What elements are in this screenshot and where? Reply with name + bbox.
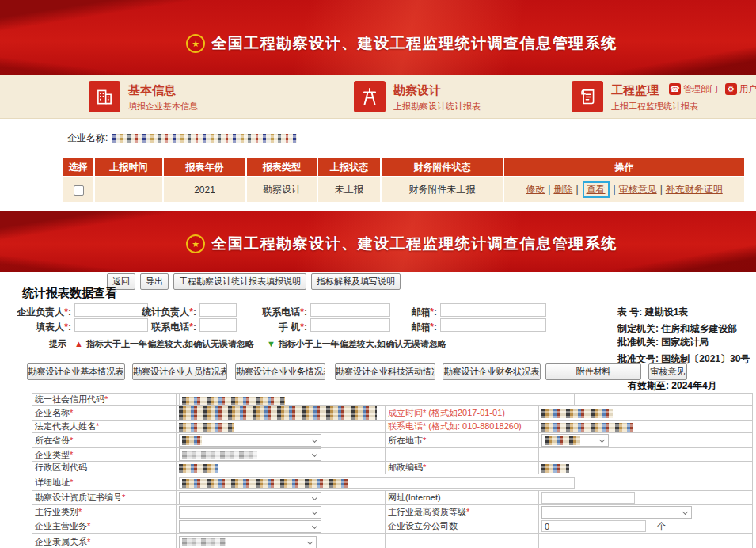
nav-item-subtitle: 上报工程监理统计报表 [611,101,698,112]
required-star: * [96,421,99,431]
contact-input[interactable] [310,318,390,332]
text-input[interactable] [179,394,575,405]
field-label: 成立时间* (格式如2017-01-01) [386,406,539,421]
detail-form-row: 主行业类别*主行业最高资质等级* [32,505,753,519]
detail-form-row: 企业主营业务*企业设立分公司数0个 [32,519,753,534]
required-star: * [430,322,434,333]
action-link[interactable]: 审核意见 [619,184,657,195]
section-tab[interactable]: 审核意见 [648,363,687,380]
nav-item-1[interactable]: 基本信息填报企业基本信息 [89,81,198,112]
nav-item-2[interactable]: 勘察设计上报勘察设计统计报表 [354,81,481,112]
toolbar-button[interactable]: 工程勘察设计统计报表填报说明 [173,273,306,290]
contact-input[interactable] [199,303,237,317]
detail-form-row: 所在省份*所在地市* [32,433,753,448]
required-star: * [122,493,125,502]
field-label [386,448,539,462]
field-label: 勘察设计资质证书编号* [32,491,177,505]
chevron-down-icon [312,437,317,443]
dropdown[interactable] [179,492,321,504]
report-cell-actions: 修改|删除|查看|审核意见|补充财务证明 [503,177,745,203]
required-star: * [70,450,73,459]
quick-link[interactable]: ☎管理部门 [669,83,718,95]
text-input[interactable] [541,492,635,504]
action-link[interactable]: 删除 [553,184,572,195]
form-meta-line: 制定机关: 住房和城乡建设部 [617,322,737,336]
contact-input[interactable] [310,303,390,317]
up-arrow-icon: ▲ [74,339,83,348]
report-col-header: 操作 [503,158,745,177]
section-tab[interactable]: 附件材料 [545,363,641,380]
detail-form-row: 企业名称*成立时间* (格式如2017-01-01) [32,406,753,421]
redacted-value [541,464,569,473]
section-tab[interactable]: 勘察设计企业科技活动情况表 [335,363,435,380]
section-tabs: 勘察设计企业基本情况表勘察设计企业人员情况表勘察设计企业业务情况表勘察设计企业科… [0,363,756,381]
detail-form-row: 行政区划代码邮政编码* [32,462,753,474]
report-col-header: 财务附件状态 [381,158,503,177]
required-star: * [189,306,193,318]
form-meta-line: 表 号: 建勘设1表 [617,306,688,319]
redacted-value [182,436,202,445]
contact-input[interactable] [440,303,546,317]
contact-label: 邮箱*: [396,306,437,319]
text-input[interactable]: 0 [541,520,646,532]
section-tab[interactable]: 勘察设计企业基本情况表 [27,363,125,380]
field-value [177,491,386,505]
company-name-row: 企业名称: [67,131,297,145]
field-value [539,448,753,462]
page-title: 统计报表数据查看 [22,286,117,301]
redacted-value [182,397,285,405]
toolbar-button[interactable]: 指标解释及填写说明 [311,273,401,290]
contact-input[interactable] [440,318,546,332]
contact-input[interactable] [199,318,237,332]
dropdown[interactable] [179,434,321,447]
section-tab[interactable]: 勘察设计企业业务情况表 [235,363,325,380]
banner-title-row: ★全国工程勘察设计、建设工程监理统计调查信息管理系统 [0,33,756,54]
row-checkbox[interactable] [74,185,84,196]
tips-up-text: 指标大于上一年偏差较大,如确认无误请忽略 [86,339,254,348]
report-col-header: 选择 [63,158,94,177]
section-tab[interactable]: 勘察设计企业财务状况表 [443,363,541,380]
required-star: * [300,306,304,318]
banner-title-row-2: ★全国工程勘察设计、建设工程监理统计调查信息管理系统 [0,234,756,254]
nav-item-text: 基本信息填报企业基本信息 [128,81,198,112]
field-value [539,505,753,519]
quick-link[interactable]: ⚙用户设 [725,83,756,95]
text-input[interactable] [179,477,575,489]
action-link[interactable]: 补充财务证明 [666,184,723,195]
section-tab[interactable]: 勘察设计企业人员情况表 [132,363,227,380]
required-star: * [64,306,68,318]
tips-label: 提示 [49,339,66,348]
field-value: 0个 [539,519,753,534]
field-label [386,534,539,548]
down-arrow-icon: ▼ [267,339,275,348]
action-link[interactable]: 查看 [587,184,606,195]
field-label: 企业主营业务* [32,519,177,534]
field-label: 企业隶属关系* [32,534,177,548]
field-label: 邮政编码* [386,462,539,474]
detail-form-table: 统一社会信用代码*企业名称*成立时间* (格式如2017-01-01)法定代表人… [32,393,753,548]
national-emblem-icon: ★ [186,234,205,253]
field-value [539,421,753,433]
dropdown[interactable] [179,520,321,533]
toolbar-button[interactable]: 导出 [140,273,169,290]
field-value [177,394,753,406]
quick-link-label: 用户设 [739,83,756,95]
dropdown[interactable] [179,448,321,461]
dropdown[interactable] [541,434,609,447]
required-star: * [87,521,90,531]
field-label: 主行业最高资质等级* [386,505,539,519]
nav-item-subtitle: 填报企业基本信息 [128,101,198,112]
dropdown[interactable] [541,506,692,519]
detail-form-row: 统一社会信用代码* [32,394,753,406]
action-separator: | [576,184,578,195]
field-label: 主行业类别* [32,505,177,519]
header-banner-2: ★全国工程勘察设计、建设工程监理统计调查信息管理系统 [0,211,756,272]
form-meta-line: 批准机关: 国家统计局 [617,336,709,349]
report-cell-time [94,177,163,203]
dropdown[interactable] [179,536,317,548]
action-link[interactable]: 修改 [526,184,545,195]
dropdown[interactable] [179,506,321,519]
scroll-icon [572,81,603,112]
toolbar: 返回导出工程勘察设计统计报表填报说明指标解释及填写说明 [107,273,401,290]
chevron-down-icon [307,538,313,544]
